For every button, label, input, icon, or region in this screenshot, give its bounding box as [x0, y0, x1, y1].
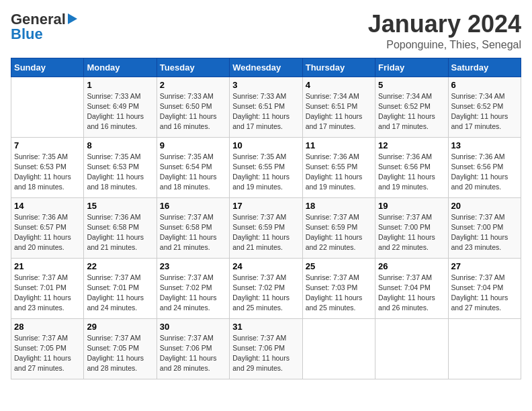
calendar-day-cell: 21Sunrise: 7:37 AM Sunset: 7:01 PM Dayli… [11, 258, 84, 318]
day-number: 27 [451, 261, 518, 271]
day-number: 4 [306, 80, 372, 90]
day-number: 2 [160, 80, 226, 90]
calendar-day-cell [375, 318, 448, 379]
calendar-day-cell: 31Sunrise: 7:37 AM Sunset: 7:06 PM Dayli… [230, 318, 302, 379]
calendar-day-cell: 9Sunrise: 7:35 AM Sunset: 6:54 PM Daylig… [157, 137, 229, 197]
calendar-week-row: 1Sunrise: 7:33 AM Sunset: 6:49 PM Daylig… [11, 77, 521, 137]
day-number: 30 [160, 322, 226, 332]
day-info: Sunrise: 7:37 AM Sunset: 7:04 PM Dayligh… [451, 273, 508, 312]
calendar-day-cell: 15Sunrise: 7:36 AM Sunset: 6:58 PM Dayli… [84, 197, 157, 258]
calendar-day-cell: 11Sunrise: 7:36 AM Sunset: 6:55 PM Dayli… [302, 137, 375, 197]
calendar-day-cell: 1Sunrise: 7:33 AM Sunset: 6:49 PM Daylig… [84, 77, 157, 137]
day-number: 11 [306, 140, 372, 150]
day-number: 13 [451, 140, 518, 150]
day-number: 21 [14, 261, 81, 271]
calendar-day-cell: 10Sunrise: 7:35 AM Sunset: 6:55 PM Dayli… [230, 137, 302, 197]
day-number: 12 [378, 140, 445, 150]
day-info: Sunrise: 7:35 AM Sunset: 6:54 PM Dayligh… [160, 152, 217, 191]
weekday-header-monday: Monday [84, 58, 157, 77]
day-number: 6 [451, 80, 518, 90]
day-info: Sunrise: 7:37 AM Sunset: 7:02 PM Dayligh… [232, 273, 290, 312]
day-info: Sunrise: 7:37 AM Sunset: 7:00 PM Dayligh… [451, 213, 508, 252]
calendar-day-cell: 7Sunrise: 7:35 AM Sunset: 6:53 PM Daylig… [11, 137, 84, 197]
calendar-day-cell: 18Sunrise: 7:37 AM Sunset: 6:59 PM Dayli… [302, 197, 375, 258]
calendar-body: 1Sunrise: 7:33 AM Sunset: 6:49 PM Daylig… [11, 77, 521, 379]
title-section: January 2024 Poponguine, Thies, Senegal [368, 11, 521, 51]
calendar-day-cell: 6Sunrise: 7:34 AM Sunset: 6:52 PM Daylig… [448, 77, 521, 137]
day-number: 16 [160, 201, 226, 211]
day-info: Sunrise: 7:37 AM Sunset: 7:03 PM Dayligh… [306, 273, 363, 312]
logo-blue: Blue [11, 26, 43, 43]
logo-arrow-icon [68, 13, 77, 24]
calendar-week-row: 14Sunrise: 7:36 AM Sunset: 6:57 PM Dayli… [11, 197, 521, 258]
day-number: 17 [232, 201, 299, 211]
calendar-day-cell: 8Sunrise: 7:35 AM Sunset: 6:53 PM Daylig… [84, 137, 157, 197]
logo: General Blue [11, 11, 77, 43]
calendar-day-cell [302, 318, 375, 379]
calendar-day-cell: 5Sunrise: 7:34 AM Sunset: 6:52 PM Daylig… [375, 77, 448, 137]
day-info: Sunrise: 7:35 AM Sunset: 6:55 PM Dayligh… [232, 152, 290, 191]
calendar-day-cell: 19Sunrise: 7:37 AM Sunset: 7:00 PM Dayli… [375, 197, 448, 258]
day-info: Sunrise: 7:37 AM Sunset: 7:01 PM Dayligh… [87, 273, 144, 312]
day-info: Sunrise: 7:33 AM Sunset: 6:50 PM Dayligh… [160, 92, 217, 131]
location-title: Poponguine, Thies, Senegal [368, 39, 521, 51]
calendar-day-cell: 27Sunrise: 7:37 AM Sunset: 7:04 PM Dayli… [448, 258, 521, 318]
calendar-day-cell: 4Sunrise: 7:34 AM Sunset: 6:51 PM Daylig… [302, 77, 375, 137]
day-info: Sunrise: 7:37 AM Sunset: 7:06 PM Dayligh… [160, 334, 217, 373]
day-info: Sunrise: 7:37 AM Sunset: 7:01 PM Dayligh… [14, 273, 71, 312]
header: General Blue January 2024 Poponguine, Th… [11, 11, 521, 51]
day-info: Sunrise: 7:35 AM Sunset: 6:53 PM Dayligh… [87, 152, 144, 191]
day-number: 1 [87, 80, 153, 90]
weekday-header-sunday: Sunday [11, 58, 84, 77]
calendar-day-cell: 30Sunrise: 7:37 AM Sunset: 7:06 PM Dayli… [157, 318, 229, 379]
weekday-header-tuesday: Tuesday [157, 58, 229, 77]
calendar-day-cell: 14Sunrise: 7:36 AM Sunset: 6:57 PM Dayli… [11, 197, 84, 258]
day-number: 26 [378, 261, 445, 271]
day-info: Sunrise: 7:33 AM Sunset: 6:49 PM Dayligh… [87, 92, 144, 131]
day-number: 28 [14, 322, 81, 332]
calendar-day-cell: 23Sunrise: 7:37 AM Sunset: 7:02 PM Dayli… [157, 258, 229, 318]
calendar-table: SundayMondayTuesdayWednesdayThursdayFrid… [11, 58, 521, 379]
calendar-header: SundayMondayTuesdayWednesdayThursdayFrid… [11, 58, 521, 77]
calendar-day-cell: 24Sunrise: 7:37 AM Sunset: 7:02 PM Dayli… [230, 258, 302, 318]
calendar-day-cell: 29Sunrise: 7:37 AM Sunset: 7:05 PM Dayli… [84, 318, 157, 379]
day-info: Sunrise: 7:36 AM Sunset: 6:56 PM Dayligh… [451, 152, 508, 191]
day-info: Sunrise: 7:37 AM Sunset: 6:59 PM Dayligh… [306, 213, 363, 252]
day-number: 22 [87, 261, 153, 271]
day-info: Sunrise: 7:35 AM Sunset: 6:53 PM Dayligh… [14, 152, 71, 191]
day-number: 23 [160, 261, 226, 271]
day-number: 7 [14, 140, 81, 150]
calendar-day-cell: 2Sunrise: 7:33 AM Sunset: 6:50 PM Daylig… [157, 77, 229, 137]
day-number: 15 [87, 201, 153, 211]
day-number: 18 [306, 201, 372, 211]
weekday-row: SundayMondayTuesdayWednesdayThursdayFrid… [11, 58, 521, 77]
weekday-header-friday: Friday [375, 58, 448, 77]
day-number: 25 [306, 261, 372, 271]
calendar-day-cell: 3Sunrise: 7:33 AM Sunset: 6:51 PM Daylig… [230, 77, 302, 137]
calendar-week-row: 28Sunrise: 7:37 AM Sunset: 7:05 PM Dayli… [11, 318, 521, 379]
day-info: Sunrise: 7:37 AM Sunset: 7:06 PM Dayligh… [232, 334, 290, 373]
day-number: 24 [232, 261, 299, 271]
calendar-day-cell: 22Sunrise: 7:37 AM Sunset: 7:01 PM Dayli… [84, 258, 157, 318]
calendar-day-cell: 25Sunrise: 7:37 AM Sunset: 7:03 PM Dayli… [302, 258, 375, 318]
day-info: Sunrise: 7:37 AM Sunset: 7:04 PM Dayligh… [378, 273, 435, 312]
calendar-day-cell: 16Sunrise: 7:37 AM Sunset: 6:58 PM Dayli… [157, 197, 229, 258]
calendar-week-row: 7Sunrise: 7:35 AM Sunset: 6:53 PM Daylig… [11, 137, 521, 197]
calendar-day-cell: 28Sunrise: 7:37 AM Sunset: 7:05 PM Dayli… [11, 318, 84, 379]
day-number: 19 [378, 201, 445, 211]
day-info: Sunrise: 7:36 AM Sunset: 6:57 PM Dayligh… [14, 213, 71, 252]
day-number: 3 [232, 80, 299, 90]
calendar-day-cell: 26Sunrise: 7:37 AM Sunset: 7:04 PM Dayli… [375, 258, 448, 318]
day-number: 29 [87, 322, 153, 332]
day-number: 31 [232, 322, 299, 332]
day-info: Sunrise: 7:37 AM Sunset: 6:59 PM Dayligh… [232, 213, 290, 252]
day-number: 20 [451, 201, 518, 211]
calendar-day-cell [448, 318, 521, 379]
day-info: Sunrise: 7:36 AM Sunset: 6:56 PM Dayligh… [378, 152, 435, 191]
day-info: Sunrise: 7:36 AM Sunset: 6:58 PM Dayligh… [87, 213, 144, 252]
calendar-day-cell: 20Sunrise: 7:37 AM Sunset: 7:00 PM Dayli… [448, 197, 521, 258]
day-info: Sunrise: 7:37 AM Sunset: 7:02 PM Dayligh… [160, 273, 217, 312]
calendar-day-cell [11, 77, 84, 137]
day-number: 10 [232, 140, 299, 150]
weekday-header-wednesday: Wednesday [230, 58, 302, 77]
